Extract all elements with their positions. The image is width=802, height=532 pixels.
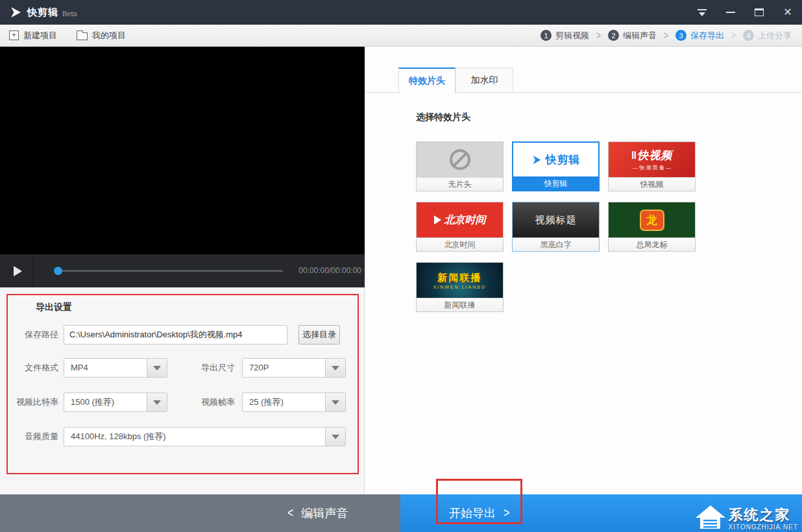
step-4-label: 上传分享 xyxy=(758,30,792,42)
kuaishipin-brand-text: ‖快视频 xyxy=(631,148,672,163)
intro-option-label: 总局龙标 xyxy=(609,237,695,251)
new-project-button[interactable]: + 新建项目 xyxy=(9,30,57,42)
framerate-value: 25 (推荐) xyxy=(249,393,284,411)
tab-intro-effects-label: 特效片头 xyxy=(409,75,445,87)
intro-option-none[interactable]: 无片头 xyxy=(416,141,504,191)
kuaishipin-thumbnail: ‖快视频 — 快 潮 我 看 — xyxy=(609,142,695,177)
plus-square-icon: + xyxy=(9,30,19,40)
tab-watermark-label: 加水印 xyxy=(471,75,498,86)
app-window: 快剪辑 Beta ✕ + 新建项目 我的项目 1 剪辑视频 > 2 编辑声音 xyxy=(0,0,802,532)
intro-option-kuaijianji[interactable]: 快剪辑 快剪辑 xyxy=(512,141,600,191)
video-preview xyxy=(0,47,365,254)
no-sign-icon xyxy=(450,149,470,170)
chevron-down-icon xyxy=(325,393,345,411)
close-button[interactable]: ✕ xyxy=(773,0,802,25)
right-pane: 特效片头 加水印 选择特效片头 无片头 快剪辑 快剪辑 ‖快视频 — 快 潮 我… xyxy=(365,47,802,494)
video-title-text: 视频标题 xyxy=(535,214,577,226)
kuaijianji-thumbnail: 快剪辑 xyxy=(513,143,598,176)
intro-option-label: 快剪辑 xyxy=(513,176,598,190)
browse-directory-label: 选择目录 xyxy=(302,329,336,341)
watermark-name: 系统之家 xyxy=(729,508,791,522)
audio-quality-select[interactable]: 44100Hz, 128kbps (推荐) xyxy=(64,427,346,446)
minimize-button[interactable] xyxy=(716,0,745,25)
close-icon: ✕ xyxy=(783,7,792,18)
maximize-icon xyxy=(755,8,764,16)
start-export-label-group[interactable]: 开始导出 > xyxy=(449,494,509,532)
format-size-row: 文件格式 MP4 导出尺寸 720P xyxy=(8,358,358,378)
chevron-right-icon: > xyxy=(664,29,668,41)
play-triangle-icon xyxy=(434,215,441,224)
dragon-icon: 龙 xyxy=(640,210,664,231)
intro-option-black-title[interactable]: 视频标题 黑底白字 xyxy=(512,202,600,252)
bottom-bar: < 编辑声音 开始导出 > xyxy=(0,494,802,532)
play-icon xyxy=(14,266,22,276)
audio-quality-row: 音频质量 44100Hz, 128kbps (推荐) xyxy=(8,427,358,446)
player-bar: 00:00:00/00:00:00 xyxy=(0,254,365,287)
step-1-circle: 1 xyxy=(541,30,552,41)
step-save-export[interactable]: 3 保存导出 xyxy=(675,30,724,42)
size-select[interactable]: 720P xyxy=(242,358,346,378)
no-intro-thumbnail xyxy=(417,142,503,177)
intro-option-kuaishipin[interactable]: ‖快视频 — 快 潮 我 看 — 快视频 xyxy=(608,141,696,191)
step-upload-share[interactable]: 4 上传分享 xyxy=(743,30,792,42)
beijing-time-brand-text: 北京时间 xyxy=(444,213,486,227)
size-label: 导出尺寸 xyxy=(189,358,235,378)
format-value: MP4 xyxy=(71,359,88,377)
chevron-down-icon xyxy=(325,359,345,377)
start-export-label: 开始导出 xyxy=(449,505,496,521)
kuaijianji-logo-icon xyxy=(531,155,542,165)
tab-intro-effects[interactable]: 特效片头 xyxy=(398,67,456,93)
step-3-circle: 3 xyxy=(675,30,687,41)
play-button[interactable] xyxy=(0,254,34,287)
my-projects-button[interactable]: 我的项目 xyxy=(77,30,126,42)
folder-icon xyxy=(77,32,88,40)
audio-quality-label: 音频质量 xyxy=(8,427,58,446)
format-select[interactable]: MP4 xyxy=(64,358,167,378)
left-pane: 00:00:00/00:00:00 导出设置 保存路径 选择目录 文件格式 MP… xyxy=(0,47,365,494)
kuaijianji-brand-text: 快剪辑 xyxy=(546,152,581,167)
back-to-audio-label: 编辑声音 xyxy=(301,505,348,521)
framerate-select[interactable]: 25 (推荐) xyxy=(242,393,346,412)
maximize-button[interactable] xyxy=(745,0,773,25)
export-settings-panel: 导出设置 保存路径 选择目录 文件格式 MP4 导出尺寸 720P xyxy=(6,294,359,474)
step-edit-audio[interactable]: 2 编辑声音 xyxy=(608,30,657,42)
audio-quality-value: 44100Hz, 128kbps (推荐) xyxy=(71,428,166,446)
new-project-label: 新建项目 xyxy=(23,30,57,42)
app-title: 快剪辑 xyxy=(27,6,58,19)
window-controls: ✕ xyxy=(688,0,802,25)
intro-option-beijing-time[interactable]: 北京时间 北京时间 xyxy=(416,202,504,252)
save-path-label: 保存路径 xyxy=(8,325,58,345)
bitrate-select[interactable]: 1500 (推荐) xyxy=(64,393,167,412)
step-2-circle: 2 xyxy=(608,30,619,41)
bitrate-framerate-row: 视频比特率 1500 (推荐) 视频帧率 25 (推荐) xyxy=(8,393,358,412)
save-path-input[interactable] xyxy=(64,325,287,345)
back-to-audio-label-group[interactable]: < 编辑声音 xyxy=(287,494,348,532)
export-settings-title: 导出设置 xyxy=(36,302,72,313)
xinwen-lianbo-brand-text: 新闻联播 xyxy=(438,272,482,284)
dragon-seal-thumbnail: 龙 xyxy=(609,202,695,237)
intro-option-xinwen-lianbo[interactable]: 新闻联播 XINWEN LIANBO 新闻联播 xyxy=(416,262,504,312)
chevron-down-icon xyxy=(325,428,345,446)
beta-badge: Beta xyxy=(62,10,77,18)
intro-option-label: 快视频 xyxy=(609,177,695,191)
minimize-icon xyxy=(726,12,735,13)
choose-intro-heading: 选择特效片头 xyxy=(416,112,470,123)
bitrate-label: 视频比特率 xyxy=(8,393,58,412)
tab-watermark[interactable]: 加水印 xyxy=(456,67,513,93)
step-edit-video[interactable]: 1 剪辑视频 xyxy=(541,30,589,42)
black-title-thumbnail: 视频标题 xyxy=(513,202,599,237)
intro-option-label: 黑底白字 xyxy=(513,237,599,251)
xinwen-lianbo-sub-text: XINWEN LIANBO xyxy=(433,285,487,289)
main-area: 00:00:00/00:00:00 导出设置 保存路径 选择目录 文件格式 MP… xyxy=(0,47,802,494)
seek-track[interactable] xyxy=(57,270,283,272)
seek-handle[interactable] xyxy=(54,267,62,275)
xinwen-lianbo-thumbnail: 新闻联播 XINWEN LIANBO xyxy=(417,263,503,298)
intro-option-label: 无片头 xyxy=(417,177,503,191)
browse-directory-button[interactable]: 选择目录 xyxy=(298,325,340,345)
chevron-down-icon xyxy=(147,393,167,411)
beijing-time-thumbnail: 北京时间 xyxy=(417,202,503,237)
watermark-text: 系统之家 XITONGZHIJIA.NET xyxy=(729,508,799,531)
format-label: 文件格式 xyxy=(8,358,58,378)
menu-dropdown-button[interactable] xyxy=(688,0,716,25)
intro-option-dragon-seal[interactable]: 龙 总局龙标 xyxy=(608,202,696,252)
